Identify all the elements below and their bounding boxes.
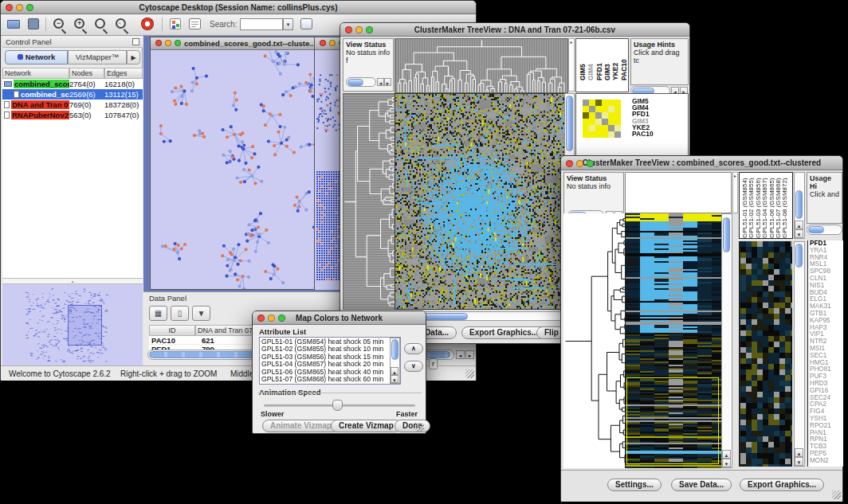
zoom-window-icon[interactable]: [26, 4, 33, 11]
zoom-window-icon[interactable]: [587, 160, 594, 167]
zoom-window-icon[interactable]: [278, 315, 285, 322]
correlation-heatmap[interactable]: [583, 100, 621, 138]
usage-hints-hscrollbar[interactable]: [807, 225, 842, 235]
view-status-hscrollbar[interactable]: [346, 77, 376, 87]
overview-handle[interactable]: ▴: [2, 278, 143, 284]
scrollbar-thumb[interactable]: [795, 244, 803, 268]
zoom-in-icon[interactable]: +: [74, 18, 84, 29]
zoom-heatmap-canvas[interactable]: [739, 241, 792, 467]
save-icon[interactable]: [28, 18, 39, 29]
heatmap-vscrollbar[interactable]: ▴ ▾: [721, 213, 732, 468]
scroll-down-icon[interactable]: ▾: [391, 375, 398, 383]
scroll-down-icon[interactable]: ▾: [722, 459, 731, 467]
resize-grip[interactable]: [415, 423, 424, 432]
minimize-icon[interactable]: [576, 160, 583, 167]
scroll-down-icon[interactable]: ▾: [795, 457, 803, 466]
column-dendrogram[interactable]: [395, 38, 568, 93]
col-id[interactable]: ID: [149, 325, 195, 336]
minimize-icon[interactable]: [165, 40, 171, 46]
move-up-button[interactable]: ∧: [404, 343, 423, 354]
close-icon[interactable]: [257, 315, 265, 322]
create-vizmap-button[interactable]: Create Vizmap: [331, 420, 402, 432]
attribute-select-icon[interactable]: ▦: [149, 306, 167, 321]
network-list-row[interactable]: combined_scores_2764(0)16218(0): [2, 79, 143, 89]
main-titlebar[interactable]: Cytoscape Desktop (Session Name: collins…: [1, 1, 476, 14]
save-data-button[interactable]: Save Data...: [671, 479, 732, 491]
heatmap-canvas[interactable]: [395, 93, 565, 310]
zoom-selected-icon[interactable]: [95, 18, 105, 29]
resize-grip[interactable]: [465, 369, 474, 378]
row-dendrogram[interactable]: [563, 213, 625, 468]
search-dropdown-icon[interactable]: ▾: [283, 18, 293, 30]
network-list-row[interactable]: DNA and Tran 07769(0)183728(0): [2, 100, 143, 110]
minimize-icon[interactable]: [16, 4, 23, 11]
scroll-down-icon[interactable]: ▾: [795, 229, 803, 238]
col-network[interactable]: Network: [2, 68, 69, 79]
close-icon[interactable]: [6, 4, 13, 11]
scroll-up-icon[interactable]: ▴: [722, 450, 731, 459]
close-icon[interactable]: [566, 160, 573, 167]
attribute-list-item[interactable]: GPL51-01 (GSM854) heat shock 05 min: [261, 338, 398, 346]
close-icon[interactable]: [345, 26, 352, 33]
help-lifesaver-icon[interactable]: [141, 18, 154, 30]
heatmap-canvas[interactable]: [625, 213, 721, 468]
scrollbar-thumb[interactable]: [808, 226, 824, 233]
float-panel-icon[interactable]: [132, 38, 139, 45]
zoom-window-icon[interactable]: [175, 40, 181, 46]
scroll-up-icon[interactable]: ▴: [391, 367, 398, 375]
network-overview-navigator[interactable]: [2, 284, 143, 365]
attribute-list-item[interactable]: GPL51-02 (GSM855) heat shock 10 min: [261, 346, 398, 353]
tab-network[interactable]: Network: [5, 50, 68, 64]
splitter[interactable]: ▸: [568, 38, 575, 92]
treeview2-titlebar[interactable]: ClusterMaker TreeView : combined_scores_…: [561, 156, 842, 170]
scrollbar-thumb[interactable]: [391, 339, 398, 360]
row-dendrogram[interactable]: [343, 93, 395, 310]
export-graphics-button[interactable]: Export Graphics...: [461, 326, 546, 339]
export-graphics-button[interactable]: Export Graphics...: [740, 479, 824, 491]
search-input[interactable]: [240, 18, 283, 30]
col-nodes[interactable]: Nodes: [69, 68, 104, 79]
delete-attribute-icon[interactable]: ▼: [192, 306, 210, 321]
network-list-row[interactable]: combined_sco2569(6)13112(15): [2, 89, 143, 100]
import-table-icon[interactable]: [300, 18, 312, 29]
splitter[interactable]: ▸: [732, 172, 738, 213]
network-manager-icon[interactable]: [170, 18, 181, 29]
slider-thumb[interactable]: [332, 400, 343, 411]
minimize-icon[interactable]: [355, 26, 363, 33]
scroll-left-icon[interactable]: ◂: [456, 350, 465, 359]
attribute-list-item[interactable]: GPL51-07 (GSM868) heat shock 60 min: [261, 376, 398, 383]
scrollbar-thumb[interactable]: [723, 217, 730, 252]
zoom-out-icon[interactable]: −: [53, 18, 64, 29]
zoom-fit-icon[interactable]: ▫: [116, 18, 126, 29]
done-button[interactable]: Done: [395, 420, 430, 432]
attribute-list-item[interactable]: GPL51-06 (GSM865) heat shock 40 min: [261, 369, 398, 376]
attribute-list-item[interactable]: GPL51-04 (GSM857) heat shock 20 min: [261, 361, 398, 368]
zoom-window-icon[interactable]: [366, 26, 373, 33]
move-down-button[interactable]: ∨: [404, 361, 423, 372]
animate-vizmap-button[interactable]: Animate Vizmap: [262, 420, 340, 432]
zoom-vscrollbar[interactable]: ▴ ▾: [794, 241, 805, 467]
scrollbar-thumb[interactable]: [347, 79, 363, 86]
annotation-icon[interactable]: [189, 18, 201, 29]
dialog-titlebar[interactable]: Map Colors to Network: [253, 311, 426, 325]
network-list-row[interactable]: RNAPuberNov2+563(0)107847(0): [2, 110, 143, 120]
attribute-list-item[interactable]: GPL51-03 (GSM856) heat shock 15 min: [261, 354, 398, 361]
settings-button[interactable]: Settings...: [607, 479, 662, 491]
scroll-left-icon[interactable]: ◂: [377, 78, 384, 86]
scroll-right-icon[interactable]: ▸: [384, 78, 391, 86]
attribute-browser-tab-tail[interactable]: r: [429, 358, 438, 369]
minimize-icon[interactable]: [268, 315, 275, 322]
scrollbar-thumb[interactable]: [566, 96, 573, 151]
scrollbar-thumb[interactable]: [795, 190, 803, 219]
col-edges[interactable]: Edges: [104, 68, 143, 79]
resize-grip[interactable]: [832, 490, 841, 499]
new-attribute-icon[interactable]: ▯: [171, 306, 189, 321]
tab-overflow-icon[interactable]: ▶: [127, 50, 140, 64]
attribute-list-vscrollbar[interactable]: ▴ ▾: [390, 338, 400, 384]
treeview1-titlebar[interactable]: ClusterMaker TreeView : DNA and Tran 07-…: [340, 23, 689, 37]
scroll-up-icon[interactable]: ▴: [795, 221, 803, 229]
close-icon[interactable]: [320, 40, 326, 46]
scroll-right-icon[interactable]: ▸: [465, 350, 474, 359]
scroll-up-icon[interactable]: ▴: [795, 448, 803, 457]
column-labels-vscrollbar[interactable]: ▴ ▾: [794, 172, 805, 239]
